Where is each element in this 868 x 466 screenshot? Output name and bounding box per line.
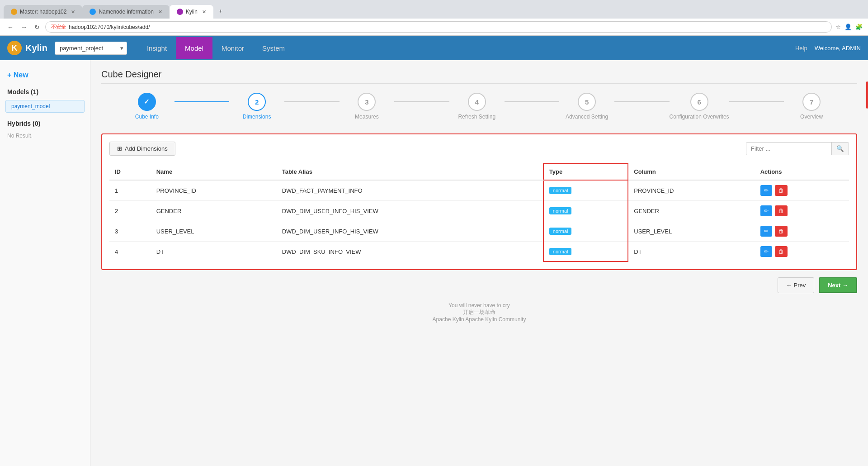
step-2: 2 Dimensions [229, 93, 284, 120]
nav-insight[interactable]: Insight [138, 37, 176, 59]
add-dimensions-btn[interactable]: ⊞ Add Dimensions [109, 142, 175, 156]
step-3-label: Measures [355, 114, 379, 120]
step-7-label: Overview [800, 114, 823, 120]
delete-button[interactable]: 🗑 [775, 246, 788, 257]
tab-kylin[interactable]: Kylin ✕ [170, 5, 213, 19]
step-5-circle[interactable]: 5 [578, 93, 596, 111]
edit-button[interactable]: ✏ [760, 226, 772, 237]
step-7-circle[interactable]: 7 [802, 93, 821, 111]
new-tab-btn[interactable]: ＋ [213, 4, 228, 19]
edit-button[interactable]: ✏ [760, 246, 772, 257]
main-content: Cube Designer ✓ Cube Info 2 Dimensions 3… [90, 60, 868, 466]
tab-namenode-close[interactable]: ✕ [158, 9, 162, 15]
table-row: 4 DT DWD_DIM_SKU_INFO_VIEW normal DT ✏ 🗑 [109, 242, 849, 262]
model-item-payment[interactable]: payment_model [5, 100, 85, 113]
add-dimensions-icon: ⊞ [117, 145, 122, 152]
prev-button[interactable]: ← Prev [778, 277, 814, 293]
connector-1-2 [175, 101, 230, 102]
tab-master-close[interactable]: ✕ [71, 9, 75, 15]
step-1-circle[interactable]: ✓ [138, 93, 156, 111]
cell-id: 1 [109, 180, 151, 201]
type-badge: normal [549, 187, 572, 194]
action-buttons: ✏ 🗑 [760, 205, 844, 216]
connector-5-6 [614, 101, 670, 102]
step-6-circle[interactable]: 6 [690, 93, 708, 111]
stepper: ✓ Cube Info 2 Dimensions 3 Measures 4 Re… [101, 93, 857, 120]
app-logo: K Kylin [7, 41, 47, 55]
address-bar[interactable]: 不安全 hadoop102:7070/kylin/cubes/add/ [45, 21, 832, 33]
cell-type: normal [543, 201, 628, 221]
delete-button[interactable]: 🗑 [775, 205, 788, 216]
bottom-nav: ← Prev Next → [101, 277, 857, 293]
dimensions-panel: ⊞ Add Dimensions 🔍 ID Name Table Alias T… [101, 133, 857, 270]
help-link[interactable]: Help [795, 45, 807, 52]
delete-button[interactable]: 🗑 [775, 185, 788, 196]
cell-name: DT [151, 242, 277, 262]
nav-monitor[interactable]: Monitor [212, 37, 253, 59]
cell-table-alias: DWD_FACT_PAYMENT_INFO [277, 180, 543, 201]
delete-button[interactable]: 🗑 [775, 226, 788, 237]
nav-system[interactable]: System [253, 37, 294, 59]
tab-kylin-close[interactable]: ✕ [202, 9, 206, 15]
col-column: Column [628, 163, 755, 180]
step-6-label: Configuration Overwrites [670, 114, 729, 120]
new-button[interactable]: + New [0, 67, 90, 83]
cell-column: PROVINCE_ID [628, 180, 755, 201]
step-5-label: Advanced Setting [566, 114, 608, 120]
connector-3-4 [394, 101, 449, 102]
reload-btn[interactable]: ↻ [33, 23, 42, 32]
tab-namenode[interactable]: Namenode information ✕ [82, 5, 169, 19]
step-1-label: Cube Info [135, 114, 159, 120]
hybrids-section-title: Hybrids (0) [0, 114, 90, 130]
step-4-circle[interactable]: 4 [468, 93, 486, 111]
table-row: 1 PROVINCE_ID DWD_FACT_PAYMENT_INFO norm… [109, 180, 849, 201]
cell-actions: ✏ 🗑 [755, 180, 849, 201]
step-2-circle[interactable]: 2 [248, 93, 266, 111]
cube-designer-title: Cube Designer [101, 69, 857, 84]
col-type: Type [543, 163, 628, 180]
edit-button[interactable]: ✏ [760, 185, 772, 196]
models-section-title: Models (1) [0, 83, 90, 98]
nav-menu: Insight Model Monitor System [138, 37, 294, 59]
filter-input[interactable] [746, 143, 831, 155]
cell-name: PROVINCE_ID [151, 180, 277, 201]
hybrids-empty: No Result. [0, 130, 90, 142]
action-buttons: ✏ 🗑 [760, 226, 844, 237]
panel-toolbar: ⊞ Add Dimensions 🔍 [109, 142, 849, 156]
extension-icon[interactable]: 🧩 [855, 24, 863, 30]
filter-search-btn[interactable]: 🔍 [831, 143, 849, 155]
scroll-indicator [866, 81, 868, 109]
type-badge: normal [549, 228, 572, 235]
type-badge: normal [549, 248, 572, 255]
back-btn[interactable]: ← [5, 23, 15, 32]
col-name: Name [151, 163, 277, 180]
cell-type: normal [543, 221, 628, 242]
footer-line2: 开启一场革命 [110, 309, 848, 316]
forward-btn[interactable]: → [19, 23, 29, 32]
cell-id: 3 [109, 221, 151, 242]
bookmark-icon[interactable]: ☆ [835, 24, 841, 30]
account-icon[interactable]: 👤 [844, 24, 852, 30]
cell-table-alias: DWD_DIM_USER_INFO_HIS_VIEW [277, 201, 543, 221]
cell-name: USER_LEVEL [151, 221, 277, 242]
edit-button[interactable]: ✏ [760, 205, 772, 216]
action-buttons: ✏ 🗑 [760, 246, 844, 257]
next-button[interactable]: Next → [819, 277, 857, 293]
browser-chrome: Master: hadoop102 ✕ Namenode information… [0, 0, 868, 36]
step-3: 3 Measures [340, 93, 395, 120]
project-select[interactable]: payment_project [55, 42, 127, 55]
browser-addressbar: ← → ↻ 不安全 hadoop102:7070/kylin/cubes/add… [0, 19, 868, 36]
cell-column: DT [628, 242, 755, 262]
step-6: 6 Configuration Overwrites [670, 93, 729, 120]
step-3-circle[interactable]: 3 [358, 93, 376, 111]
footer-line3: Apache Kylin Apache Kylin Community [110, 316, 848, 323]
step-5: 5 Advanced Setting [559, 93, 614, 120]
step-2-label: Dimensions [243, 114, 271, 120]
sidebar: + New Models (1) payment_model Hybrids (… [0, 60, 90, 466]
tab-master[interactable]: Master: hadoop102 ✕ [4, 5, 82, 19]
filter-input-wrap: 🔍 [746, 142, 849, 155]
footer-line1: You will never have to cry [110, 302, 848, 309]
nav-model[interactable]: Model [176, 37, 212, 59]
action-buttons: ✏ 🗑 [760, 185, 844, 196]
cell-actions: ✏ 🗑 [755, 221, 849, 242]
